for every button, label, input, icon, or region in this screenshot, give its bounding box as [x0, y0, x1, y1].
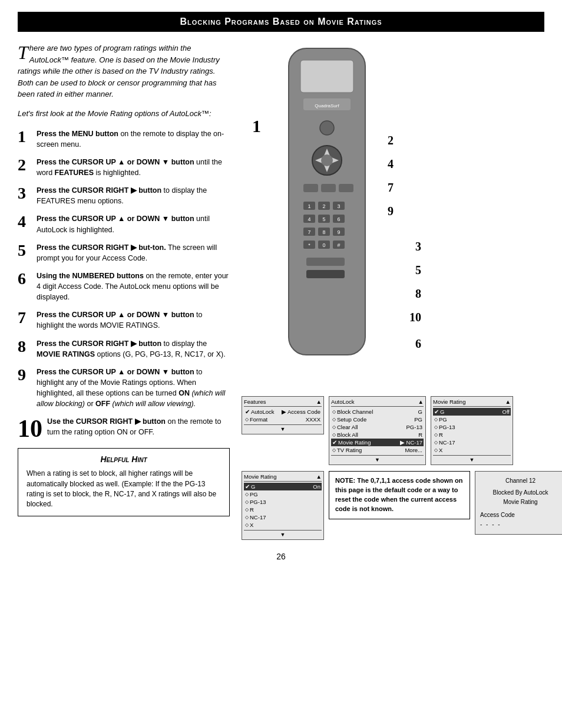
svg-rect-12: [321, 184, 336, 192]
note-text: NOTE: The 0,7,1,1 access code shown on t…: [335, 477, 462, 512]
menu-al-clear-all: ◇ Clear All PG-13: [331, 423, 424, 431]
remote-label-5: 5: [415, 263, 421, 277]
step-9: 9 Press the CURSOR UP ▲ or DOWN ▼ button…: [18, 367, 230, 410]
step-content-4: Press the CURSOR UP ▲ or DOWN ▼ button u…: [37, 213, 230, 235]
menu-mro-pg13: ◇ PG-13: [244, 498, 322, 506]
svg-text:8: 8: [322, 229, 325, 235]
svg-text:7: 7: [308, 229, 310, 235]
menu-box-movie-rating: Movie Rating▲ ✔ G Off ◇ PG ◇ PG-13 ◇ R ◇…: [431, 396, 513, 465]
menu-footer-mro: ▼: [244, 530, 322, 538]
step-number-10: 10: [18, 416, 42, 441]
step-content-6: Using the NUMBERED buttons on the remote…: [37, 271, 230, 302]
step-number-7: 7: [18, 309, 32, 326]
step-content-3: Press the CURSOR RIGHT ▶ button to displ…: [37, 185, 230, 206]
remote-illustration: QuadraSurf: [271, 42, 389, 384]
blocked-by-label: Blocked By AutoLock: [480, 488, 561, 498]
menu-box-movie-rating-on: Movie Rating▲ ✔ G On ◇ PG ◇ PG-13 ◇ R ◇ …: [242, 471, 324, 540]
step-number-6: 6: [18, 271, 32, 287]
content-area: There are two types of program ratings w…: [18, 42, 544, 540]
page-header: Blocking Programs Based on Movie Ratings: [18, 12, 544, 32]
svg-rect-1: [300, 60, 353, 93]
menu-header-mr: Movie Rating▲: [433, 398, 511, 407]
step-number-9: 9: [18, 367, 32, 383]
access-code-dashes: - - - -: [480, 520, 561, 529]
drop-cap: T: [18, 45, 28, 61]
hint-title: Helpful Hint: [27, 454, 221, 464]
step-number-1: 1: [18, 129, 32, 145]
menu-mro-g: ✔ G On: [244, 483, 322, 490]
remote-area: QuadraSurf: [242, 42, 562, 384]
svg-point-10: [321, 154, 333, 166]
menu-al-tv-rating: ◇ TV Rating More...: [331, 446, 424, 454]
svg-text:9: 9: [337, 229, 340, 235]
remote-label-1: 1: [252, 116, 261, 136]
step-number-5: 5: [18, 242, 32, 259]
intro-subtext: Let's first look at the Movie Rating opt…: [18, 108, 230, 119]
svg-text:3: 3: [337, 203, 340, 209]
menu-box-autolock: AutoLock▲ ◇ Block Channel G ◇ Setup Code…: [329, 396, 426, 465]
note-box: NOTE: The 0,7,1,1 access code shown on t…: [329, 471, 470, 519]
svg-text:*: *: [308, 242, 310, 248]
step-content-7: Press the CURSOR UP ▲ or DOWN ▼ button t…: [37, 309, 230, 331]
menu-footer-al: ▼: [331, 455, 424, 463]
menu-mr-pg13: ◇ PG-13: [433, 423, 511, 431]
svg-text:6: 6: [337, 216, 340, 222]
step-content-1: Press the MENU button on the remote to d…: [37, 129, 230, 150]
step-6: 6 Using the NUMBERED buttons on the remo…: [18, 271, 230, 302]
page-container: Blocking Programs Based on Movie Ratings…: [0, 0, 562, 728]
remote-label-9: 9: [388, 205, 394, 218]
movie-rating-label: Movie Rating: [480, 498, 561, 507]
menu-mro-x: ◇ X: [244, 521, 322, 529]
bottom-row-2: Movie Rating▲ ✔ G On ◇ PG ◇ PG-13 ◇ R ◇ …: [242, 471, 562, 540]
page-title: Blocking Programs Based on Movie Ratings: [180, 17, 382, 27]
step-content-2: Press the CURSOR UP ▲ or DOWN ▼ button u…: [37, 157, 230, 178]
svg-text:1: 1: [308, 203, 310, 209]
step-content-8: Press the CURSOR RIGHT ▶ button to displ…: [37, 338, 230, 360]
menu-mr-pg: ◇ PG: [433, 416, 511, 423]
page-number: 26: [18, 552, 544, 561]
menu-header-fx: Features▲: [244, 398, 322, 407]
left-column: There are two types of program ratings w…: [18, 42, 230, 540]
svg-text:#: #: [337, 242, 340, 248]
step-2: 2 Press the CURSOR UP ▲ or DOWN ▼ button…: [18, 157, 230, 178]
svg-point-4: [320, 121, 334, 135]
menu-mr-nc17: ◇ NC-17: [433, 439, 511, 446]
menu-footer-fx: ▼: [244, 424, 322, 432]
access-code-label: Access Code: [480, 510, 561, 520]
svg-text:QuadraSurf: QuadraSurf: [315, 103, 339, 108]
step-8: 8 Press the CURSOR RIGHT ▶ button to dis…: [18, 338, 230, 360]
menu-mro-nc17: ◇ NC-17: [244, 513, 322, 521]
bottom-row: Features▲ ✔ AutoLock ▶ Access Code ◇ For…: [242, 396, 562, 465]
step-5: 5 Press the CURSOR RIGHT ▶ but-ton. The …: [18, 242, 230, 263]
intro-paragraph: There are two types of program ratings w…: [18, 42, 230, 100]
channel-blocked-box: Channel 12 Blocked By AutoLock Movie Rat…: [475, 471, 562, 535]
menu-footer-mr: ▼: [433, 455, 511, 463]
step-content-5: Press the CURSOR RIGHT ▶ but-ton. The sc…: [37, 242, 230, 263]
hint-content: When a rating is set to block, all highe…: [27, 469, 221, 510]
step-7: 7 Press the CURSOR UP ▲ or DOWN ▼ button…: [18, 309, 230, 331]
remote-label-8: 8: [415, 287, 421, 301]
remote-label-4: 4: [388, 157, 394, 171]
step-1: 1 Press the MENU button on the remote to…: [18, 129, 230, 150]
menu-al-setup-code: ◇ Setup Code PG: [331, 416, 424, 423]
step-number-3: 3: [18, 185, 32, 202]
svg-rect-13: [339, 184, 353, 192]
menu-al-block-all: ◇ Block All R: [331, 431, 424, 439]
step-number-2: 2: [18, 157, 32, 173]
menu-box-features-xxxx: Features▲ ✔ AutoLock ▶ Access Code ◇ For…: [242, 396, 324, 434]
hint-box: Helpful Hint When a rating is set to blo…: [18, 448, 230, 516]
step-10: 10 Use the CURSOR RIGHT ▶ button on the …: [18, 416, 230, 441]
remote-label-3: 3: [415, 240, 421, 253]
svg-rect-11: [303, 184, 318, 192]
svg-text:4: 4: [308, 216, 310, 222]
menu-mr-r: ◇ R: [433, 431, 511, 439]
remote-label-6: 6: [415, 337, 421, 351]
step-number-4: 4: [18, 213, 32, 230]
intro-text-body: here are two types of program ratings wi…: [18, 44, 220, 98]
menu-al-movie-rating: ✔ Movie Rating ▶ NC-17: [331, 439, 424, 446]
menu-mr-x: ◇ X: [433, 446, 511, 454]
channel-blocked-title: Channel 12: [480, 476, 561, 486]
menu-mr-g: ✔ G Off: [433, 408, 511, 416]
step-content-10: Use the CURSOR RIGHT ▶ button on the rem…: [47, 416, 230, 437]
svg-text:2: 2: [322, 203, 325, 209]
